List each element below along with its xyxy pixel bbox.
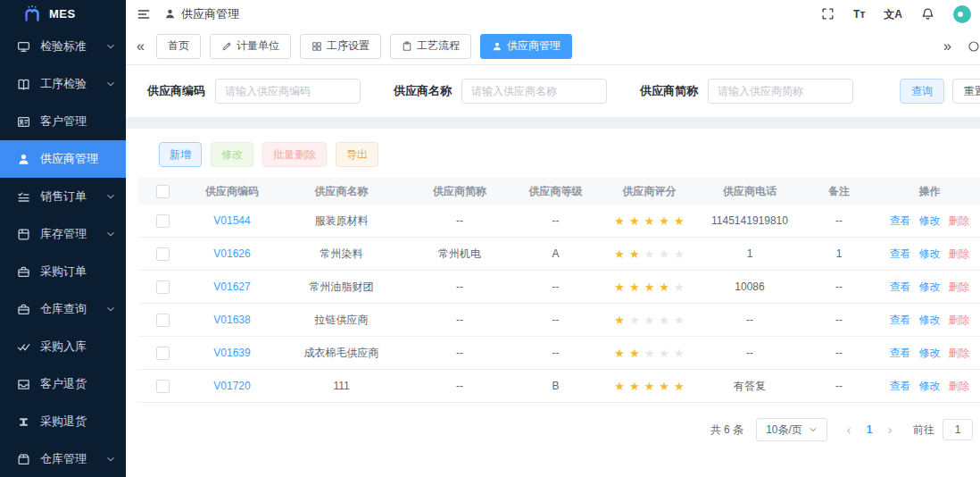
view-link[interactable]: 查看 [890, 379, 911, 394]
supplier-name: 111 [277, 380, 406, 392]
row-checkbox[interactable] [156, 247, 170, 261]
edit-link[interactable]: 修改 [919, 280, 941, 295]
tab-item[interactable]: 计量单位 [210, 34, 291, 59]
supplier-rating: ★★★★★ [598, 248, 701, 260]
logo-text: MES [49, 7, 76, 21]
hamburger-icon[interactable] [137, 7, 151, 21]
sidebar-item[interactable]: 销售订单 [0, 178, 126, 215]
bell-icon[interactable] [921, 7, 934, 21]
edit-link[interactable]: 修改 [919, 379, 941, 394]
logo: MES [0, 0, 126, 28]
sidebar-item[interactable]: 客户管理 [0, 103, 126, 140]
font-size-icon[interactable]: Tт [853, 9, 865, 20]
column-header: 操作 [879, 184, 980, 199]
sidebar-item[interactable]: 仓库管理 [0, 440, 126, 477]
tabs-scroll-right-icon[interactable]: » [941, 39, 954, 54]
supplier-code-link[interactable]: V01720 [213, 380, 250, 392]
tab-label: 计量单位 [237, 38, 279, 54]
chevron-down-icon [105, 191, 116, 202]
supplier-code-link[interactable]: V01627 [213, 280, 250, 293]
prev-page-button[interactable]: ‹ [838, 423, 860, 436]
sidebar-item[interactable]: 检验标准 [0, 28, 126, 65]
delete-link[interactable]: 删除 [949, 346, 970, 361]
briefcase-icon [17, 265, 30, 279]
supplier-remark: -- [799, 280, 879, 293]
search-input[interactable] [708, 79, 853, 104]
sidebar-item[interactable]: 采购入库 [0, 328, 126, 365]
export-button[interactable]: 导出 [336, 142, 378, 167]
contact-card-icon [17, 115, 30, 129]
sidebar-item-label: 销售订单 [40, 188, 87, 205]
edit-link[interactable]: 修改 [919, 213, 941, 229]
sidebar-item-label: 仓库管理 [40, 451, 87, 467]
delete-link[interactable]: 删除 [949, 379, 970, 394]
tab-item[interactable]: 工序设置 [300, 34, 381, 59]
tab-item[interactable]: 工艺流程 [390, 34, 471, 59]
sidebar-item[interactable]: 工序检验 [0, 65, 126, 103]
row-checkbox[interactable] [156, 214, 170, 228]
avatar[interactable] [953, 5, 971, 23]
star-icon: ★ [674, 215, 685, 227]
supplier-grade: -- [513, 347, 598, 359]
delete-link[interactable]: 删除 [949, 313, 970, 328]
star-icon: ★ [644, 381, 655, 392]
row-checkbox[interactable] [156, 347, 170, 360]
search-input[interactable] [215, 79, 361, 104]
delete-link[interactable]: 删除 [949, 280, 970, 295]
reset-button[interactable]: 重置 [952, 79, 980, 104]
edit-link[interactable]: 修改 [919, 346, 941, 361]
delete-link[interactable]: 删除 [949, 213, 970, 229]
star-icon: ★ [629, 314, 640, 326]
view-link[interactable]: 查看 [890, 280, 911, 295]
supplier-code-link[interactable]: V01639 [213, 347, 250, 359]
sidebar-item[interactable]: 采购退货 [0, 403, 126, 440]
select-all-checkbox[interactable] [156, 185, 170, 198]
next-page-button[interactable]: › [879, 423, 901, 436]
tab-item[interactable]: 首页 [156, 34, 201, 59]
supplier-phone: -- [701, 314, 799, 326]
supplier-code-link[interactable]: V01544 [213, 214, 250, 227]
row-checkbox[interactable] [156, 314, 170, 327]
clipboard-icon [402, 41, 412, 52]
double-check-icon [17, 340, 30, 354]
sidebar-item[interactable]: 供应商管理 [0, 140, 126, 178]
star-icon: ★ [674, 347, 685, 359]
chevron-down-icon [105, 79, 116, 89]
sidebar-item[interactable]: 库存管理 [0, 215, 126, 253]
row-checkbox[interactable] [156, 280, 170, 294]
star-icon: ★ [659, 347, 669, 359]
supplier-code-link[interactable]: V01638 [213, 314, 250, 326]
view-link[interactable]: 查看 [890, 247, 911, 262]
search-input[interactable] [461, 79, 607, 104]
tabs-scroll-left-icon[interactable]: « [134, 39, 147, 54]
tabs-refresh-icon[interactable] [968, 40, 980, 53]
edit-button[interactable]: 修改 [211, 142, 253, 167]
sidebar-item[interactable]: 采购订单 [0, 253, 126, 290]
fullscreen-icon[interactable] [821, 7, 835, 21]
query-button[interactable]: 查询 [900, 79, 944, 104]
page-size-select[interactable]: 10条/页 [756, 418, 827, 441]
row-checkbox[interactable] [156, 380, 170, 393]
view-link[interactable]: 查看 [890, 213, 911, 229]
page-number-1[interactable]: 1 [860, 423, 879, 436]
table-row: V01626常州染料常州机电A★★★★★11查看修改删除 [138, 238, 980, 271]
supplier-rating: ★★★★★ [598, 381, 701, 392]
package-icon [17, 228, 30, 241]
tab-active[interactable]: 供应商管理 [480, 34, 572, 59]
batch-delete-button[interactable]: 批量删除 [262, 142, 327, 167]
sidebar-item-label: 采购入库 [40, 339, 87, 355]
view-link[interactable]: 查看 [890, 313, 911, 328]
language-icon[interactable]: 文A [884, 9, 902, 20]
star-icon: ★ [674, 281, 685, 293]
supplier-code-link[interactable]: V01626 [213, 247, 250, 260]
search-field: 供应商编码 [147, 79, 361, 104]
star-icon: ★ [659, 215, 669, 227]
delete-link[interactable]: 删除 [949, 247, 970, 262]
edit-link[interactable]: 修改 [919, 247, 941, 262]
add-button[interactable]: 新增 [159, 142, 202, 167]
edit-link[interactable]: 修改 [919, 313, 941, 328]
goto-page-input[interactable] [943, 419, 973, 440]
sidebar-item[interactable]: 客户退货 [0, 365, 126, 403]
view-link[interactable]: 查看 [890, 346, 911, 361]
sidebar-item[interactable]: 仓库查询 [0, 290, 126, 328]
